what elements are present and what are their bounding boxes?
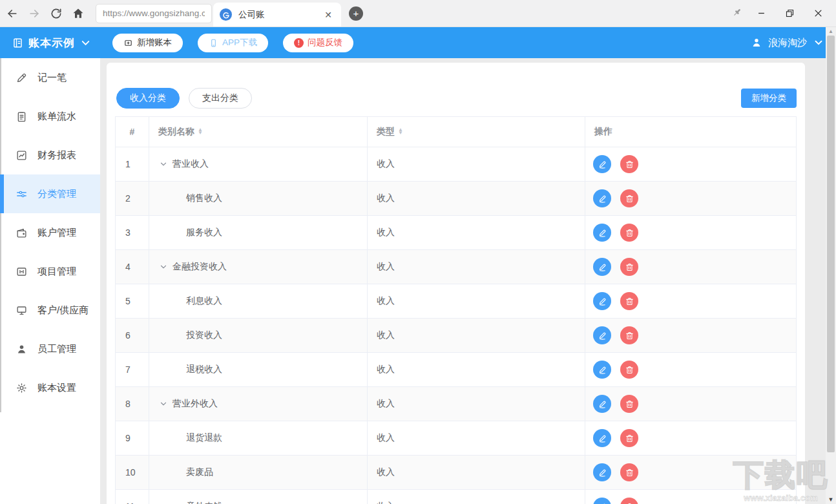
- table-row: 5 利息收入 收入: [116, 284, 796, 319]
- app-download-button[interactable]: APP下载: [198, 34, 268, 52]
- category-name-cell: 营业收入: [149, 147, 368, 181]
- sidebar-item-3[interactable]: 财务报表: [0, 136, 100, 174]
- new-ledger-icon: [123, 38, 133, 48]
- sort-icon[interactable]: ▲▼: [398, 128, 403, 134]
- customer-supplier-icon: [16, 304, 28, 317]
- sidebar-item-1[interactable]: 记一笔: [0, 58, 100, 97]
- sidebar-item-6[interactable]: 项目管理: [0, 252, 100, 291]
- user-menu[interactable]: 浪海淘沙: [751, 37, 824, 49]
- column-header-type[interactable]: 类型 ▲▼: [368, 117, 585, 147]
- collapse-chevron-icon[interactable]: [159, 160, 168, 169]
- row-index: 10: [116, 456, 149, 489]
- sidebar-item-2[interactable]: 账单流水: [0, 97, 100, 136]
- app-download-label: APP下载: [222, 37, 257, 48]
- scrollbar-thumb[interactable]: [827, 36, 835, 452]
- category-name: 退货退款: [186, 432, 222, 444]
- feedback-button[interactable]: ! 问题反馈: [283, 34, 353, 52]
- address-bar-input[interactable]: [96, 4, 212, 23]
- tab-expense-category[interactable]: 支出分类: [189, 88, 252, 109]
- tab-income-category[interactable]: 收入分类: [116, 88, 180, 109]
- restore-button[interactable]: [775, 3, 804, 25]
- sidebar-item-9[interactable]: 账本设置: [0, 368, 100, 407]
- edit-button[interactable]: [593, 155, 611, 173]
- minimize-button[interactable]: [747, 3, 775, 25]
- browser-tab[interactable]: 公司账 ✕: [213, 3, 341, 26]
- delete-button[interactable]: [620, 498, 638, 504]
- home-icon: [72, 7, 85, 20]
- ledger-switcher[interactable]: 账本示例: [12, 36, 92, 50]
- chevron-down-icon: [813, 37, 824, 48]
- delete-button[interactable]: [620, 189, 638, 207]
- edit-button[interactable]: [593, 292, 611, 310]
- new-ledger-button[interactable]: 新增账本: [112, 34, 183, 52]
- sidebar-item-label: 记一笔: [37, 72, 67, 84]
- category-name-cell: 退货退款: [149, 421, 368, 455]
- category-type: 收入: [368, 216, 585, 249]
- delete-button[interactable]: [620, 155, 638, 173]
- column-header-name[interactable]: 类别名称 ▲▼: [149, 117, 368, 147]
- new-tab-button[interactable]: +: [349, 6, 363, 21]
- delete-button[interactable]: [620, 395, 638, 413]
- add-category-button[interactable]: 新增分类: [741, 89, 797, 108]
- edit-button[interactable]: [593, 395, 611, 413]
- close-window-button[interactable]: [804, 3, 832, 25]
- edit-button[interactable]: [593, 189, 611, 207]
- sort-icon[interactable]: ▲▼: [198, 128, 203, 134]
- tab-close-icon[interactable]: ✕: [322, 8, 335, 21]
- edit-button[interactable]: [593, 326, 611, 344]
- category-type: 收入: [368, 182, 585, 215]
- delete-button[interactable]: [620, 326, 638, 344]
- home-button[interactable]: [68, 4, 88, 23]
- delete-button[interactable]: [620, 224, 638, 242]
- sidebar-item-label: 员工管理: [37, 343, 76, 355]
- row-actions: [585, 147, 796, 181]
- category-type: 收入: [368, 456, 585, 489]
- edit-button[interactable]: [593, 361, 611, 379]
- table-row: 7 退税收入 收入: [116, 353, 796, 387]
- pin-icon[interactable]: [727, 4, 747, 23]
- category-name-cell: 退税收入: [149, 353, 368, 386]
- forward-button[interactable]: [25, 4, 44, 23]
- delete-button[interactable]: [620, 429, 638, 447]
- page-scrollbar[interactable]: ▲ ▼: [826, 27, 836, 504]
- edit-button[interactable]: [593, 498, 611, 504]
- edit-pencil-icon: [598, 434, 607, 443]
- ledger-book-icon: [12, 37, 24, 49]
- delete-button[interactable]: [620, 463, 638, 481]
- refresh-button[interactable]: [47, 4, 66, 23]
- row-index: 5: [116, 284, 149, 318]
- sidebar-item-5[interactable]: 账户管理: [0, 213, 100, 252]
- row-actions: [585, 182, 796, 215]
- column-header-actions: 操作: [585, 117, 796, 147]
- edit-button[interactable]: [593, 224, 611, 242]
- sidebar-item-4[interactable]: 分类管理: [0, 174, 100, 213]
- category-type: 收入: [368, 250, 585, 284]
- sidebar-item-8[interactable]: 员工管理: [0, 330, 100, 368]
- browser-toolbar: 公司账 ✕ +: [0, 0, 836, 27]
- sidebar-item-label: 账单流水: [37, 110, 76, 123]
- edit-button[interactable]: [593, 463, 611, 481]
- delete-button[interactable]: [620, 292, 638, 310]
- category-name: 意外来钱: [186, 501, 222, 504]
- delete-button[interactable]: [620, 361, 638, 379]
- sidebar-item-7[interactable]: 客户/供应商: [0, 291, 100, 330]
- category-sliders-icon: [16, 188, 28, 200]
- edit-button[interactable]: [593, 429, 611, 447]
- feedback-alert-icon: !: [294, 38, 304, 48]
- row-index: 2: [116, 182, 149, 215]
- collapse-chevron-icon[interactable]: [159, 399, 168, 408]
- row-actions: [585, 421, 796, 455]
- category-name-cell: 意外来钱: [149, 490, 368, 504]
- collapse-chevron-icon[interactable]: [159, 262, 168, 271]
- edit-button[interactable]: [593, 258, 611, 276]
- scroll-down-icon[interactable]: ▼: [826, 496, 836, 503]
- project-icon: [16, 266, 28, 278]
- edit-pencil-icon: [598, 502, 607, 504]
- edit-pencil-icon: [598, 228, 607, 238]
- row-actions: [585, 490, 796, 504]
- back-button[interactable]: [3, 4, 22, 23]
- scroll-up-icon[interactable]: ▲: [826, 28, 836, 36]
- employee-icon: [16, 343, 28, 355]
- row-actions: [585, 456, 796, 489]
- delete-button[interactable]: [620, 258, 638, 276]
